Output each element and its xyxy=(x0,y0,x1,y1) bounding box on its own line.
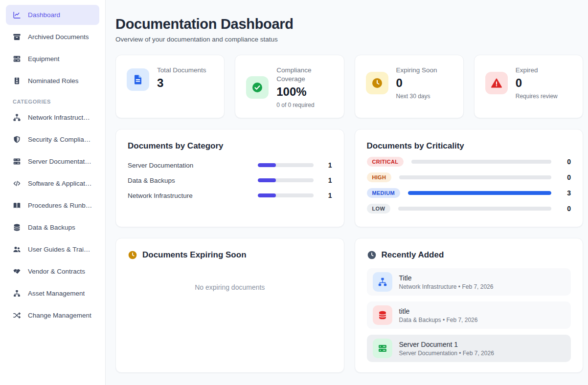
sidebar-item-label: Vendor & Contracts xyxy=(28,268,85,275)
sidebar-item-software-applications[interactable]: Software & Applicatio… xyxy=(6,173,99,193)
stat-card-expired: Expired 0 Requires review xyxy=(474,55,583,118)
stat-label: Compliance Coverage xyxy=(276,66,333,84)
sidebar-item-label: Software & Applicatio… xyxy=(28,180,92,187)
recent-item[interactable]: Title Network Infrastructure • Feb 7, 20… xyxy=(367,268,571,296)
criticality-badge: CRITICAL xyxy=(367,157,404,167)
criticality-value: 0 xyxy=(552,173,571,181)
sidebar-item-security-compliance[interactable]: Security & Compliance xyxy=(6,129,99,150)
criticality-badge: MEDIUM xyxy=(367,188,400,198)
database-icon xyxy=(373,305,392,325)
card-title: Documents by Criticality xyxy=(367,141,571,151)
sidebar-item-dashboard[interactable]: Dashboard xyxy=(6,5,99,25)
server-icon xyxy=(373,339,392,358)
category-row: Server Documentation 1 xyxy=(128,161,332,169)
card-title: Documents Expiring Soon xyxy=(142,250,247,260)
clock-icon xyxy=(128,250,137,260)
stat-label: Total Documents xyxy=(157,66,206,75)
criticality-bar-track xyxy=(408,191,551,195)
recent-item[interactable]: Server Document 1 Server Documentation •… xyxy=(367,335,571,362)
categories-heading: CATEGORIES xyxy=(13,99,105,105)
stat-label: Expiring Soon xyxy=(396,66,437,75)
criticality-bar-track xyxy=(411,160,551,164)
sidebar-item-label: Data & Backups xyxy=(28,224,75,231)
sidebar-item-label: Server Documentation xyxy=(28,158,92,165)
clock-icon xyxy=(367,250,377,260)
card-title: Recently Added xyxy=(382,250,444,260)
sidebar-item-label: Equipment xyxy=(28,55,60,63)
empty-state-text: No expiring documents xyxy=(128,283,332,291)
sidebar-item-user-guides-training[interactable]: User Guides & Training xyxy=(6,239,99,259)
stat-value: 0 xyxy=(396,76,437,90)
stat-value: 3 xyxy=(157,76,206,90)
documents-by-criticality-card: Documents by Criticality CRITICAL 0 HIGH… xyxy=(355,129,584,227)
id-badge-icon xyxy=(13,77,21,85)
sidebar-item-vendor-contracts[interactable]: Vendor & Contracts xyxy=(6,261,99,281)
criticality-badge: HIGH xyxy=(367,172,392,182)
sidebar: Dashboard Archived Documents Equipment N… xyxy=(0,0,106,385)
bottom-row: Documents Expiring Soon No expiring docu… xyxy=(115,238,583,373)
server-icon xyxy=(13,157,21,166)
handshake-icon xyxy=(13,267,21,276)
check-circle-icon xyxy=(246,76,269,99)
criticality-bar-track xyxy=(398,207,551,211)
archive-icon xyxy=(13,33,21,41)
stat-value: 100% xyxy=(276,85,333,99)
criticality-row: HIGH 0 xyxy=(367,172,571,182)
network-icon xyxy=(373,272,392,292)
documents-by-category-card: Documents by Category Server Documentati… xyxy=(115,129,344,227)
stats-row: Total Documents 3 Compliance Coverage 10… xyxy=(115,55,583,118)
chart-line-icon xyxy=(13,11,21,19)
category-bar xyxy=(258,163,276,167)
stat-label: Expired xyxy=(516,66,558,75)
category-row: Data & Backups 1 xyxy=(128,176,332,184)
sidebar-item-label: User Guides & Training xyxy=(28,246,92,253)
shuffle-icon xyxy=(13,311,21,320)
category-bar-track xyxy=(258,163,314,167)
recent-item-meta: Network Infrastructure • Feb 7, 2026 xyxy=(399,283,494,290)
shield-icon xyxy=(13,135,21,144)
clock-icon xyxy=(366,72,388,94)
sidebar-item-label: Network Infrastructure xyxy=(28,114,92,121)
sidebar-item-label: Procedures & Runbo… xyxy=(28,202,92,209)
stat-card-total-documents: Total Documents 3 xyxy=(115,55,225,118)
stat-sub: Next 30 days xyxy=(396,93,437,100)
stat-card-compliance-coverage: Compliance Coverage 100% 0 of 0 required xyxy=(235,55,344,118)
category-value: 1 xyxy=(314,192,332,199)
page-subtitle: Overview of your documentation and compl… xyxy=(115,36,583,43)
recent-item-title: Title xyxy=(399,274,494,282)
criticality-bar xyxy=(408,191,551,195)
category-bar-track xyxy=(258,193,314,197)
criticality-value: 0 xyxy=(552,205,571,213)
sidebar-item-asset-management[interactable]: Asset Management xyxy=(6,283,99,303)
stat-value: 0 xyxy=(516,76,558,90)
category-label: Network Infrastructure xyxy=(128,192,258,199)
sidebar-item-nominated-roles[interactable]: Nominated Roles xyxy=(6,71,99,91)
sidebar-item-server-documentation[interactable]: Server Documentation xyxy=(6,151,99,171)
sidebar-item-equipment[interactable]: Equipment xyxy=(6,49,99,69)
sidebar-item-change-management[interactable]: Change Management xyxy=(6,305,99,325)
sidebar-item-archived-documents[interactable]: Archived Documents xyxy=(6,27,99,47)
users-icon xyxy=(13,245,21,254)
criticality-row: CRITICAL 0 xyxy=(367,157,571,167)
criticality-row: MEDIUM 3 xyxy=(367,188,571,198)
sidebar-item-label: Dashboard xyxy=(28,11,60,19)
card-title: Documents by Category xyxy=(128,141,332,151)
page-title: Documentation Dashboard xyxy=(115,16,583,32)
category-bar-track xyxy=(258,178,314,182)
network-icon xyxy=(13,113,21,122)
category-bar xyxy=(258,193,276,197)
documents-expiring-soon-card: Documents Expiring Soon No expiring docu… xyxy=(115,238,344,373)
stat-sub: 0 of 0 required xyxy=(276,102,333,108)
recent-item-title: Server Document 1 xyxy=(399,341,494,348)
category-label: Data & Backups xyxy=(128,177,258,184)
sidebar-item-procedures-runbooks[interactable]: Procedures & Runbo… xyxy=(6,195,99,215)
recent-item-title: title xyxy=(399,307,478,315)
category-bar xyxy=(258,178,276,182)
book-open-icon xyxy=(13,201,21,210)
recent-item[interactable]: title Data & Backups • Feb 7, 2026 xyxy=(367,301,571,329)
sidebar-item-data-backups[interactable]: Data & Backups xyxy=(6,217,99,237)
sidebar-item-label: Change Management xyxy=(28,312,91,319)
sidebar-item-label: Nominated Roles xyxy=(28,77,79,85)
charts-row: Documents by Category Server Documentati… xyxy=(115,129,583,227)
sidebar-item-network-infrastructure[interactable]: Network Infrastructure xyxy=(6,107,99,128)
